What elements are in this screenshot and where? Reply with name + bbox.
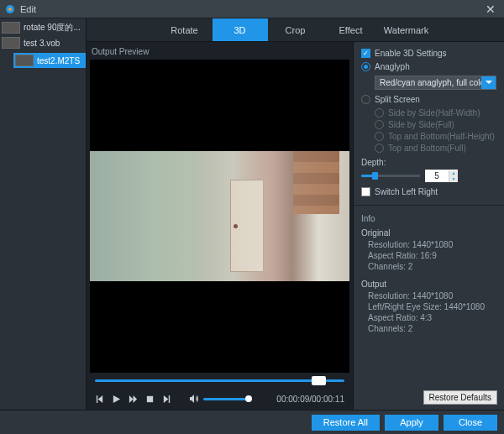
file-thumb	[15, 55, 34, 66]
info-original-label: Original	[361, 228, 496, 238]
tab-effect[interactable]: Effect	[323, 18, 379, 41]
play-icon[interactable]	[112, 395, 121, 404]
stop-icon[interactable]	[145, 395, 155, 404]
volume-control[interactable]	[189, 394, 250, 404]
file-item[interactable]: test 3.vob	[0, 35, 86, 50]
split-option-radio[interactable]	[375, 120, 384, 129]
file-thumb	[2, 22, 20, 34]
restore-defaults-button[interactable]: Restore Defaults	[423, 390, 497, 405]
switch-lr-label: Switch Left Right	[375, 187, 438, 196]
info-line: Left/Right Eye Size: 1440*1080	[368, 302, 496, 311]
title-bar: Edit ✕	[0, 0, 504, 18]
tab-bar: Rotate 3D Crop Effect Watermark	[87, 18, 504, 42]
split-screen-radio[interactable]	[361, 95, 370, 104]
preview-pane: Output Preview	[87, 42, 353, 410]
depth-label: Depth:	[361, 158, 386, 167]
svg-point-1	[8, 8, 12, 11]
settings-panel: Enable 3D Settings Anaglyph Red/cyan ana…	[353, 42, 504, 410]
split-option-radio[interactable]	[375, 108, 384, 118]
enable-3d-label: Enable 3D Settings	[375, 49, 447, 58]
anaglyph-label: Anaglyph	[375, 62, 410, 71]
window-title: Edit	[20, 4, 36, 14]
close-button[interactable]: Close	[444, 415, 497, 431]
info-output-label: Output	[361, 280, 496, 289]
video-area[interactable]	[90, 60, 349, 373]
tab-3d[interactable]: 3D	[213, 18, 268, 41]
file-name: test 3.vob	[24, 39, 60, 48]
file-sidebar: rotate 90度的... test 3.vob test2.M2TS	[0, 18, 86, 410]
chevron-down-icon	[481, 76, 496, 89]
info-header: Info	[361, 214, 496, 223]
file-item[interactable]: test2.M2TS	[13, 53, 86, 68]
info-line: Resolution: 1440*1080	[368, 240, 496, 249]
info-line: Aspect Ratio: 4:3	[368, 313, 496, 322]
switch-lr-checkbox[interactable]	[361, 187, 370, 196]
depth-spinner[interactable]: 5▲▼	[425, 170, 458, 182]
next-icon[interactable]	[162, 395, 171, 404]
spinner-up[interactable]: ▲	[449, 170, 458, 176]
app-icon	[5, 4, 15, 14]
fast-forward-icon[interactable]	[129, 395, 138, 404]
anaglyph-radio[interactable]	[361, 62, 370, 71]
preview-label: Output Preview	[92, 47, 349, 56]
playback-controls: 00:00:09/00:00:11	[90, 388, 349, 410]
file-name: rotate 90度的...	[24, 22, 81, 34]
file-item[interactable]: rotate 90度的...	[0, 20, 86, 35]
prev-icon[interactable]	[95, 395, 104, 404]
footer-bar: Restore All Apply Close	[0, 410, 504, 434]
split-option-radio[interactable]	[375, 144, 384, 153]
enable-3d-checkbox[interactable]	[361, 49, 370, 58]
info-line: Aspect Ratio: 16:9	[368, 251, 496, 260]
video-frame	[90, 151, 349, 281]
svg-rect-2	[147, 395, 153, 401]
restore-all-button[interactable]: Restore All	[312, 415, 380, 431]
file-name: test2.M2TS	[37, 56, 80, 65]
tab-watermark[interactable]: Watermark	[379, 18, 434, 41]
close-icon[interactable]: ✕	[482, 3, 499, 16]
volume-thumb[interactable]	[245, 395, 252, 402]
info-line: Channels: 2	[368, 324, 496, 333]
spinner-down[interactable]: ▼	[449, 176, 458, 182]
depth-slider[interactable]	[361, 175, 420, 177]
info-line: Channels: 2	[368, 262, 496, 271]
time-display: 00:00:09/00:00:11	[276, 395, 344, 404]
anaglyph-select[interactable]: Red/cyan anaglyph, full color	[375, 76, 496, 90]
tab-rotate[interactable]: Rotate	[157, 18, 213, 41]
volume-icon	[189, 394, 199, 404]
seek-thumb[interactable]	[312, 376, 326, 385]
file-thumb	[2, 37, 20, 49]
split-option-radio[interactable]	[375, 132, 384, 141]
seek-bar[interactable]	[90, 373, 349, 388]
apply-button[interactable]: Apply	[385, 415, 438, 431]
tab-crop[interactable]: Crop	[268, 18, 323, 41]
info-line: Resolution: 1440*1080	[368, 291, 496, 301]
split-screen-label: Split Screen	[375, 95, 420, 104]
